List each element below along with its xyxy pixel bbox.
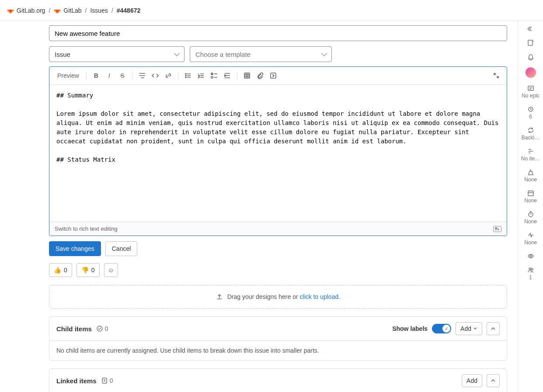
attachment-icon[interactable] bbox=[254, 69, 266, 82]
breadcrumb-section[interactable]: Issues bbox=[90, 7, 108, 14]
child-items-empty: No child items are currently assigned. U… bbox=[49, 340, 507, 360]
description-textarea[interactable] bbox=[49, 85, 507, 220]
markdown-badge-icon[interactable]: M↓ bbox=[493, 226, 501, 232]
fullscreen-icon[interactable] bbox=[490, 69, 502, 82]
participants-icon bbox=[527, 267, 534, 274]
linked-items-count: 0 bbox=[101, 377, 113, 384]
add-child-button[interactable]: Add bbox=[456, 322, 482, 335]
breadcrumb-project[interactable]: GitLab bbox=[54, 7, 81, 14]
show-labels-toggle[interactable] bbox=[432, 324, 451, 333]
bold-icon[interactable]: B bbox=[90, 69, 102, 82]
add-reaction-button[interactable]: ☺ bbox=[104, 263, 118, 277]
cancel-button[interactable]: Cancel bbox=[105, 241, 138, 256]
issue-icon bbox=[101, 377, 108, 384]
svg-point-2 bbox=[185, 77, 186, 78]
health-icon bbox=[527, 232, 534, 239]
svg-rect-10 bbox=[528, 86, 533, 90]
epic-icon bbox=[527, 85, 534, 92]
collapse-child-button[interactable] bbox=[487, 322, 500, 335]
bullet-list-icon[interactable] bbox=[182, 69, 194, 82]
italic-icon[interactable]: I bbox=[103, 69, 115, 82]
svg-rect-12 bbox=[528, 191, 533, 196]
sidebar-weight[interactable]: None bbox=[518, 169, 543, 183]
svg-rect-8 bbox=[102, 378, 107, 383]
eye-icon bbox=[527, 253, 534, 260]
preview-button[interactable]: Preview bbox=[54, 69, 83, 82]
breadcrumb: GitLab.org / GitLab / Issues / #448672 bbox=[0, 0, 543, 21]
svg-point-0 bbox=[185, 73, 186, 74]
svg-point-16 bbox=[531, 268, 533, 270]
quote-icon[interactable] bbox=[136, 69, 148, 82]
add-linked-button[interactable]: Add bbox=[462, 374, 482, 387]
thumbs-down-button[interactable]: 👎0 bbox=[77, 263, 100, 277]
svg-rect-5 bbox=[244, 73, 250, 78]
code-icon[interactable] bbox=[149, 69, 161, 82]
chevron-down-icon bbox=[473, 326, 477, 331]
collapse-linked-button[interactable] bbox=[487, 374, 500, 387]
thumbs-up-button[interactable]: 👍0 bbox=[49, 263, 72, 277]
template-select[interactable]: Choose a template bbox=[190, 46, 332, 62]
calendar-icon bbox=[527, 190, 534, 197]
table-icon[interactable] bbox=[241, 69, 253, 82]
svg-point-15 bbox=[529, 268, 531, 270]
child-items-count: 0 bbox=[96, 325, 108, 332]
gitlab-icon bbox=[7, 7, 14, 14]
save-button[interactable]: Save changes bbox=[49, 241, 101, 256]
sidebar-add-icon[interactable] bbox=[518, 39, 543, 46]
sidebar-health[interactable]: None bbox=[518, 232, 543, 246]
breadcrumb-issue-id[interactable]: #448672 bbox=[117, 7, 141, 14]
child-items-panel: Child items 0 Show labels Add No child i… bbox=[49, 316, 507, 361]
avatar bbox=[526, 67, 536, 78]
svg-point-14 bbox=[530, 255, 532, 257]
sidebar: No epic 6 Backl… No ite… None None None … bbox=[518, 21, 543, 392]
milestone-icon bbox=[527, 106, 534, 113]
svg-point-1 bbox=[185, 75, 186, 76]
issue-type-select[interactable]: Issue bbox=[49, 46, 184, 62]
weight-icon bbox=[527, 169, 534, 176]
editor-footer: Switch to rich text editing M↓ bbox=[49, 222, 507, 236]
breadcrumb-org[interactable]: GitLab.org bbox=[7, 7, 45, 14]
sidebar-confidential[interactable] bbox=[518, 253, 543, 260]
sidebar-due-date[interactable]: None bbox=[518, 190, 543, 204]
issue-title-input[interactable] bbox=[49, 25, 507, 41]
design-dropzone[interactable]: Drag your designs here or click to uploa… bbox=[49, 285, 507, 309]
iteration-icon bbox=[527, 127, 534, 134]
sidebar-participants[interactable]: 1 bbox=[518, 267, 543, 281]
chevron-left-icon bbox=[527, 25, 534, 32]
sidebar-milestone[interactable]: 6 bbox=[518, 106, 543, 120]
sidebar-notifications-icon[interactable] bbox=[518, 53, 543, 60]
strikethrough-icon[interactable]: S bbox=[116, 69, 129, 82]
quick-action-icon[interactable] bbox=[267, 69, 279, 82]
roadmap-icon bbox=[527, 148, 534, 155]
upload-icon bbox=[216, 293, 223, 300]
sidebar-iteration[interactable]: Backl… bbox=[518, 127, 543, 141]
timer-icon bbox=[527, 211, 534, 218]
link-icon[interactable] bbox=[162, 69, 174, 82]
gitlab-icon bbox=[54, 7, 61, 14]
numbered-list-icon[interactable] bbox=[195, 69, 207, 82]
upload-link[interactable]: click to upload bbox=[300, 293, 339, 300]
switch-editor-link[interactable]: Switch to rich text editing bbox=[55, 225, 118, 232]
editor-toolbar: Preview B I S bbox=[49, 67, 507, 85]
svg-rect-9 bbox=[528, 40, 533, 45]
show-labels-label: Show labels bbox=[392, 325, 428, 332]
chevron-up-icon bbox=[491, 326, 496, 331]
linked-items-title: Linked items bbox=[56, 377, 97, 385]
sidebar-collapse-button[interactable] bbox=[518, 25, 543, 32]
task-list-icon[interactable] bbox=[208, 69, 220, 82]
chevron-up-icon bbox=[491, 378, 496, 383]
sidebar-roadmap[interactable]: No ite… bbox=[518, 148, 543, 162]
sidebar-time[interactable]: None bbox=[518, 211, 543, 225]
sidebar-assignee[interactable] bbox=[518, 67, 543, 78]
child-items-title: Child items bbox=[56, 325, 92, 333]
svg-rect-4 bbox=[211, 76, 213, 78]
indent-icon[interactable] bbox=[221, 69, 233, 82]
linked-items-panel: Linked items 0 Add Link issues together … bbox=[49, 368, 507, 392]
task-icon bbox=[96, 325, 103, 332]
sidebar-epic[interactable]: No epic bbox=[518, 85, 543, 99]
svg-rect-6 bbox=[271, 73, 276, 78]
description-editor: Preview B I S bbox=[49, 66, 507, 236]
